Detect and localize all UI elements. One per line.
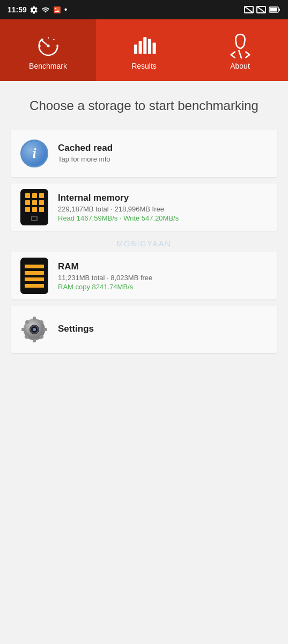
nav-bar: Benchmark Results About (0, 19, 288, 81)
about-icon (226, 31, 254, 58)
image-status-icon (53, 6, 61, 14)
status-time: 11:59 (8, 5, 27, 14)
ram-title: RAM (58, 261, 269, 272)
status-bar-left: 11:59 • (8, 5, 67, 14)
internal-memory-title: Internal memory (58, 193, 269, 203)
svg-line-3 (245, 6, 253, 13)
svg-rect-18 (138, 41, 142, 54)
settings-item[interactable]: Settings (11, 306, 277, 353)
svg-rect-20 (147, 39, 151, 54)
svg-point-16 (47, 45, 49, 47)
ram-item[interactable]: RAM 11,231MB total · 8,023MB free RAM co… (11, 252, 277, 299)
cached-read-text: Cached read Tap for more info (58, 143, 269, 164)
svg-point-1 (55, 8, 57, 9)
cached-read-item[interactable]: i Cached read Tap for more info (11, 130, 277, 177)
nav-item-results[interactable]: Results (96, 19, 192, 81)
svg-rect-21 (152, 42, 156, 54)
status-bar-right (244, 6, 280, 13)
ram-icon (20, 258, 48, 294)
svg-line-15 (53, 39, 54, 40)
cached-read-icon-wrap: i (19, 138, 49, 169)
cached-read-subtitle: Tap for more info (58, 155, 269, 163)
svg-rect-26 (21, 328, 25, 331)
about-label: About (230, 62, 250, 70)
nav-item-benchmark[interactable]: Benchmark (0, 19, 96, 81)
phone-icon (20, 189, 48, 225)
no-signal-icon-1 (244, 6, 254, 13)
no-signal-icon-2 (256, 6, 266, 13)
svg-line-14 (42, 39, 43, 40)
ram-text: RAM 11,231MB total · 8,023MB free RAM co… (58, 261, 269, 291)
svg-line-22 (239, 50, 241, 58)
benchmark-label: Benchmark (29, 62, 67, 70)
svg-point-34 (33, 328, 36, 331)
cached-read-title: Cached read (58, 143, 269, 153)
internal-memory-subtitle: 229,187MB total · 218,996MB free (58, 205, 269, 213)
gear-status-icon (30, 6, 38, 14)
ram-subtitle: 11,231MB total · 8,023MB free (58, 274, 269, 282)
results-icon (130, 31, 158, 58)
settings-title: Settings (58, 324, 269, 334)
status-bar: 11:59 • (0, 0, 288, 19)
benchmark-icon (34, 31, 62, 58)
internal-memory-item[interactable]: Internal memory 229,187MB total · 218,99… (11, 184, 277, 231)
nav-item-about[interactable]: About (192, 19, 288, 81)
internal-memory-speed: Read 1467.59MB/s · Write 547.20MB/s (58, 214, 269, 222)
settings-gear-icon (20, 315, 49, 344)
internal-memory-text: Internal memory 229,187MB total · 218,99… (58, 193, 269, 222)
svg-rect-7 (270, 8, 277, 12)
svg-rect-8 (279, 9, 280, 11)
phone-home-button (31, 216, 38, 221)
results-label: Results (131, 62, 157, 70)
settings-icon-wrap (19, 314, 49, 345)
info-icon: i (20, 140, 48, 167)
info-icon-letter: i (32, 145, 36, 162)
page-title: Choose a storage to start benchmarking (11, 97, 277, 114)
phone-dots (25, 193, 44, 212)
svg-rect-24 (33, 317, 36, 320)
settings-text: Settings (58, 324, 269, 336)
internal-memory-icon-wrap (19, 192, 49, 222)
svg-rect-25 (33, 339, 36, 342)
wifi-status-icon (41, 6, 50, 14)
main-content: Choose a storage to start benchmarking i… (0, 81, 288, 370)
watermark: MOBIGYAAN (11, 237, 277, 252)
ram-speed: RAM copy 8241.74MB/s (58, 283, 269, 291)
dot-icon: • (64, 5, 68, 14)
svg-rect-19 (143, 37, 146, 54)
battery-icon (269, 6, 280, 13)
svg-rect-17 (134, 45, 137, 54)
ram-icon-wrap (19, 261, 49, 291)
svg-rect-27 (43, 328, 47, 331)
svg-line-5 (257, 6, 265, 13)
svg-rect-0 (54, 6, 61, 13)
